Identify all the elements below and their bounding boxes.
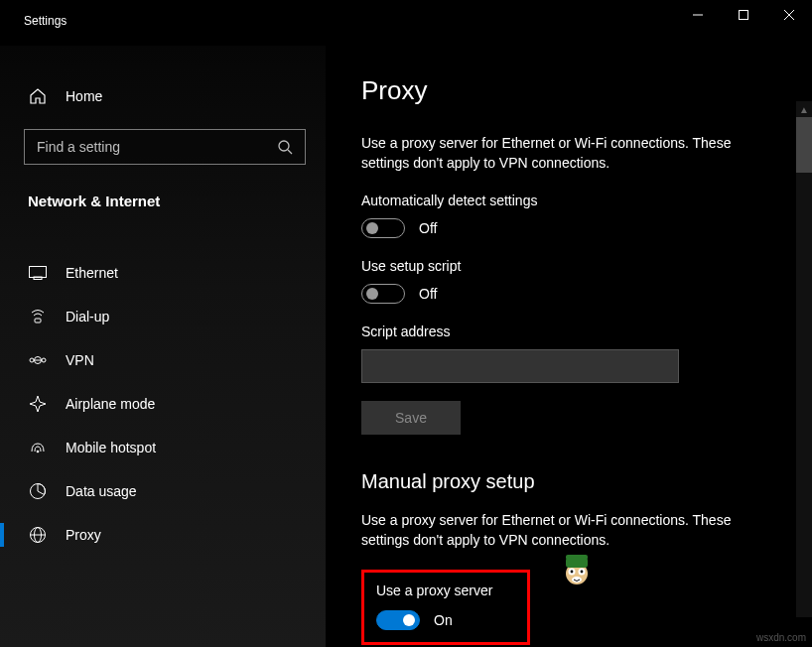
search-icon: [277, 139, 293, 155]
sidebar-item-ethernet[interactable]: Ethernet: [0, 251, 326, 295]
use-script-value: Off: [419, 286, 437, 302]
use-script-toggle[interactable]: [361, 284, 405, 304]
scroll-thumb[interactable]: [796, 117, 812, 173]
hotspot-icon: [28, 441, 48, 454]
data-usage-icon: [28, 482, 48, 500]
sidebar-item-label: Mobile hotspot: [66, 440, 156, 455]
sidebar-section-title: Network & Internet: [0, 183, 326, 231]
svg-rect-6: [30, 267, 47, 278]
script-address-input[interactable]: [361, 349, 679, 383]
titlebar: Settings: [0, 0, 812, 46]
home-icon: [28, 87, 48, 105]
sidebar-item-vpn[interactable]: VPN: [0, 338, 326, 382]
script-address-label: Script address: [361, 324, 776, 339]
save-button[interactable]: Save: [361, 401, 461, 435]
airplane-icon: [28, 395, 48, 413]
sidebar-item-label: Ethernet: [66, 265, 118, 281]
use-proxy-toggle[interactable]: [376, 610, 420, 630]
sidebar: Home Network & Internet Ethernet Dial-up: [0, 46, 326, 647]
search-box[interactable]: [24, 129, 306, 165]
svg-rect-7: [34, 277, 42, 280]
sidebar-item-data-usage[interactable]: Data usage: [0, 469, 326, 513]
sidebar-item-airplane-mode[interactable]: Airplane mode: [0, 382, 326, 426]
search-input[interactable]: [37, 139, 277, 155]
sidebar-item-label: Airplane mode: [66, 396, 155, 412]
manual-proxy-intro: Use a proxy server for Ethernet or Wi-Fi…: [361, 511, 758, 550]
sidebar-item-proxy[interactable]: Proxy: [0, 513, 326, 557]
svg-point-24: [572, 577, 582, 582]
use-proxy-label: Use a proxy server: [376, 582, 515, 598]
home-label: Home: [66, 88, 102, 104]
svg-rect-19: [566, 555, 588, 560]
page-title: Proxy: [361, 75, 776, 106]
app-title: Settings: [24, 14, 67, 28]
manual-proxy-heading: Manual proxy setup: [361, 470, 776, 493]
mascot-icon: [560, 552, 594, 591]
svg-rect-1: [740, 11, 748, 20]
svg-line-5: [288, 150, 292, 154]
svg-point-23: [581, 571, 584, 574]
auto-detect-value: Off: [419, 220, 437, 236]
scroll-up-arrow[interactable]: ▲: [796, 101, 812, 117]
ethernet-icon: [28, 266, 48, 280]
sidebar-item-label: Dial-up: [66, 309, 109, 324]
auto-detect-label: Automatically detect settings: [361, 193, 776, 208]
maximize-button[interactable]: [721, 0, 766, 30]
home-nav[interactable]: Home: [0, 75, 326, 117]
proxy-icon: [28, 526, 48, 544]
svg-point-12: [37, 451, 40, 453]
window-controls: [675, 0, 812, 30]
auto-detect-toggle[interactable]: [361, 218, 405, 238]
vpn-icon: [28, 354, 48, 366]
sidebar-item-label: Data usage: [66, 483, 137, 499]
scrollbar[interactable]: ▲: [796, 101, 812, 617]
main-panel: Proxy Use a proxy server for Ethernet or…: [326, 46, 812, 647]
use-proxy-value: On: [434, 612, 453, 628]
highlight-box: Use a proxy server On: [361, 570, 530, 645]
sidebar-item-label: Proxy: [66, 527, 101, 543]
use-script-label: Use setup script: [361, 258, 776, 274]
sidebar-item-mobile-hotspot[interactable]: Mobile hotspot: [0, 426, 326, 469]
sidebar-item-label: VPN: [66, 352, 94, 368]
svg-point-9: [30, 358, 34, 362]
sidebar-item-dialup[interactable]: Dial-up: [0, 295, 326, 338]
dialup-icon: [28, 310, 48, 324]
watermark: wsxdn.com: [756, 632, 806, 643]
close-button[interactable]: [766, 0, 812, 30]
svg-point-22: [571, 571, 574, 574]
minimize-button[interactable]: [675, 0, 721, 30]
svg-rect-8: [35, 319, 41, 323]
svg-point-4: [279, 141, 289, 151]
nav-list: Ethernet Dial-up VPN Airplane mode: [0, 251, 326, 557]
svg-point-10: [42, 358, 46, 362]
proxy-intro: Use a proxy server for Ethernet or Wi-Fi…: [361, 134, 758, 173]
